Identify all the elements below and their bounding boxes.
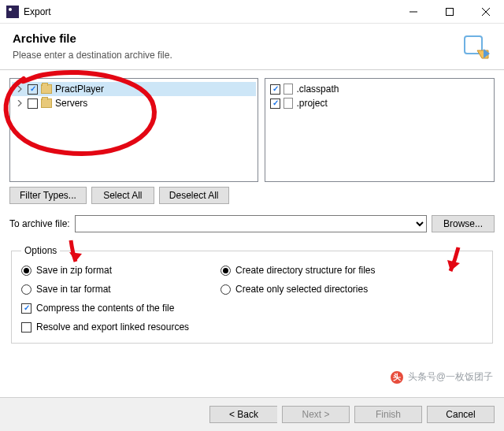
file-icon	[284, 84, 293, 95]
deselect-all-button[interactable]: Deselect All	[159, 187, 229, 204]
tree-row[interactable]: .project	[267, 96, 492, 110]
archive-file-label: To archive file:	[9, 218, 70, 229]
checkbox-compress[interactable]: Compress the contents of the file	[21, 300, 189, 316]
titlebar: Export	[0, 0, 504, 24]
project-tree[interactable]: PractPlayerServers	[9, 78, 258, 182]
tree-item-label: Servers	[55, 98, 87, 109]
page-title: Archive file	[13, 32, 454, 45]
file-icon	[284, 98, 293, 109]
checkbox-icon[interactable]	[270, 84, 280, 95]
cancel-button[interactable]: Cancel	[427, 406, 495, 423]
radio-dir-structure[interactable]: Create directory structure for files	[220, 262, 375, 278]
wizard-header: Archive file Please enter a destination …	[0, 24, 504, 70]
tree-item-label: .project	[296, 98, 327, 109]
next-button[interactable]: Next >	[282, 406, 350, 423]
options-group: Options Save in zip format Save in tar f…	[11, 245, 493, 344]
checkbox-icon	[21, 303, 32, 314]
finish-button[interactable]: Finish	[354, 406, 422, 423]
watermark: 头 头条号@一枚饭团子	[391, 370, 493, 384]
folder-icon	[41, 98, 52, 108]
file-tree[interactable]: .classpath.project	[265, 78, 495, 182]
wizard-footer: < Back Next > Finish Cancel	[0, 397, 504, 431]
checkbox-icon[interactable]	[270, 98, 280, 109]
watermark-logo-icon: 头	[391, 371, 403, 384]
chevron-right-icon[interactable]	[15, 84, 24, 94]
minimize-button[interactable]	[395, 0, 432, 24]
eclipse-icon	[6, 6, 19, 18]
checkbox-icon[interactable]	[28, 98, 38, 109]
tree-row[interactable]: PractPlayer	[12, 82, 256, 96]
export-wizard-icon	[460, 32, 491, 63]
maximize-button[interactable]	[432, 0, 468, 24]
svg-rect-1	[447, 8, 454, 15]
select-all-button[interactable]: Select All	[91, 187, 154, 204]
chevron-right-icon[interactable]	[15, 98, 24, 108]
tree-item-label: .classpath	[296, 84, 339, 95]
radio-tar[interactable]: Save in tar format	[21, 281, 189, 297]
checkbox-icon[interactable]	[28, 84, 38, 95]
watermark-text: 头条号@一枚饭团子	[408, 370, 493, 384]
checkbox-icon	[21, 322, 32, 333]
radio-icon	[220, 266, 231, 276]
archive-file-combo[interactable]	[75, 215, 427, 232]
radio-icon	[220, 284, 231, 295]
page-instruction: Please enter a destination archive file.	[13, 50, 454, 61]
close-button[interactable]	[468, 0, 504, 24]
radio-icon	[21, 266, 32, 276]
folder-icon	[41, 84, 52, 94]
radio-icon	[21, 284, 32, 295]
tree-row[interactable]: Servers	[12, 96, 256, 110]
checkbox-resolve[interactable]: Resolve and export linked resources	[21, 319, 189, 335]
radio-only-selected[interactable]: Create only selected directories	[220, 281, 375, 297]
options-legend: Options	[21, 245, 60, 256]
filter-types-button[interactable]: Filter Types...	[9, 187, 87, 204]
window-title: Export	[24, 6, 395, 17]
tree-row[interactable]: .classpath	[267, 82, 492, 96]
tree-item-label: PractPlayer	[55, 84, 104, 95]
back-button[interactable]: < Back	[209, 406, 277, 423]
radio-zip[interactable]: Save in zip format	[21, 262, 189, 278]
browse-button[interactable]: Browse...	[432, 215, 495, 232]
